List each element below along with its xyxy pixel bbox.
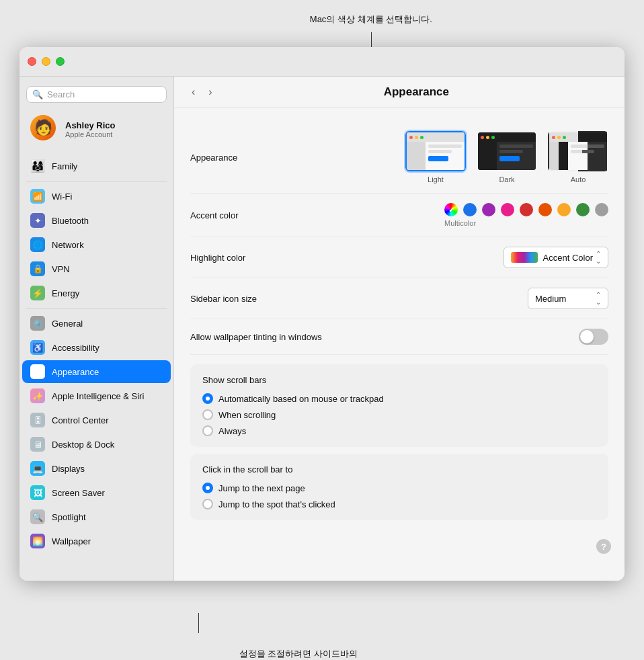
wallpaper-tinting-toggle[interactable] bbox=[579, 329, 608, 345]
back-button[interactable]: ‹ bbox=[188, 85, 199, 99]
sidebar-item-bluetooth[interactable]: ✦ Bluetooth bbox=[22, 209, 171, 232]
click-option-spot[interactable]: Jump to the spot that's clicked bbox=[202, 499, 596, 509]
help-button[interactable]: ? bbox=[596, 539, 611, 554]
radio-always bbox=[202, 425, 213, 436]
appearance-label-auto: Auto bbox=[571, 175, 586, 183]
sidebar-size-chevron-icon: ⌃⌄ bbox=[596, 291, 601, 306]
scroll-label-auto: Automatically based on mouse or trackpad bbox=[218, 394, 384, 404]
sidebar-item-wifi[interactable]: 📶 Wi-Fi bbox=[22, 185, 171, 208]
sidebar-item-desktop[interactable]: 🖥 Desktop & Dock bbox=[22, 433, 171, 456]
click-label-spot: Jump to the spot that's clicked bbox=[218, 499, 335, 509]
sidebar-item-vpn[interactable]: 🔒 VPN bbox=[22, 257, 171, 280]
accent-color-row-dots bbox=[444, 203, 608, 216]
appearance-label-light: Light bbox=[428, 175, 444, 183]
sidebar-label-wifi: Wi-Fi bbox=[52, 192, 72, 202]
sidebar-icon-size-row: Sidebar icon size Medium ⌃⌄ bbox=[190, 278, 608, 319]
appearance-thumb-auto bbox=[548, 131, 608, 171]
highlight-color-control: Accent Color ⌃⌄ bbox=[319, 247, 608, 268]
accent-color-row: Accent color bbox=[190, 194, 608, 237]
sidebar-label-spotlight: Spotlight bbox=[52, 512, 86, 522]
highlight-color-value: Accent Color bbox=[543, 253, 593, 263]
click-scroll-section: Click in the scroll bar to Jump to the n… bbox=[190, 454, 608, 520]
accent-orange[interactable] bbox=[538, 203, 552, 216]
sidebar-item-wallpaper[interactable]: 🌅 Wallpaper bbox=[22, 530, 171, 552]
profile-section[interactable]: 🧑 Ashley Rico Apple Account bbox=[22, 110, 171, 149]
maximize-button[interactable] bbox=[56, 57, 65, 66]
highlight-color-label: Highlight color bbox=[190, 253, 311, 263]
tooltip-bottom: 설정을 조절하려면 사이드바의 항목을 클릭합니다. bbox=[239, 647, 358, 660]
content-area: 🔍 🧑 Ashley Rico Apple Account bbox=[19, 77, 625, 581]
energy-icon: ⚡ bbox=[30, 286, 45, 300]
scroll-option-scrolling[interactable]: When scrolling bbox=[202, 409, 596, 420]
accent-pink[interactable] bbox=[501, 203, 514, 216]
sidebar-item-energy[interactable]: ⚡ Energy bbox=[22, 282, 171, 304]
scroll-option-always[interactable]: Always bbox=[202, 425, 596, 436]
search-bar[interactable]: 🔍 bbox=[26, 86, 167, 103]
main-window: 🔍 🧑 Ashley Rico Apple Account bbox=[19, 47, 625, 581]
highlight-color-select[interactable]: Accent Color ⌃⌄ bbox=[504, 247, 608, 268]
click-label-next-page: Jump to the next page bbox=[218, 483, 305, 493]
accent-green[interactable] bbox=[576, 203, 590, 216]
appearance-option-auto[interactable]: Auto bbox=[548, 131, 608, 183]
sidebar-item-accessibility[interactable]: ♿ Accessibility bbox=[22, 336, 171, 359]
profile-name: Ashley Rico bbox=[65, 120, 163, 130]
close-button[interactable] bbox=[28, 57, 36, 66]
toggle-knob bbox=[580, 330, 594, 343]
sidebar-item-siri[interactable]: ✨ Apple Intelligence & Siri bbox=[22, 384, 171, 407]
spotlight-icon: 🔍 bbox=[30, 509, 45, 524]
accent-color-label: Accent color bbox=[190, 210, 311, 220]
bluetooth-icon: ✦ bbox=[30, 213, 45, 228]
sidebar-icon-size-value: Medium bbox=[535, 294, 566, 304]
search-input[interactable] bbox=[47, 89, 161, 99]
wallpaper-tinting-label: Allow wallpaper tinting in windows bbox=[190, 332, 322, 342]
screensaver-icon: 🖼 bbox=[30, 485, 45, 500]
appearance-option-light[interactable]: Light bbox=[405, 131, 466, 183]
sidebar-icon-size-select[interactable]: Medium ⌃⌄ bbox=[528, 288, 608, 309]
highlight-thumb bbox=[511, 252, 538, 263]
appearance-label-dark: Dark bbox=[499, 175, 514, 183]
profile-info: Ashley Rico Apple Account bbox=[65, 120, 163, 138]
panel-bottom: ? bbox=[174, 534, 625, 562]
accent-blue[interactable] bbox=[463, 203, 477, 216]
sidebar-item-screensaver[interactable]: 🖼 Screen Saver bbox=[22, 481, 171, 504]
sidebar-item-general[interactable]: ⚙️ General bbox=[22, 312, 171, 335]
sidebar-label-siri: Apple Intelligence & Siri bbox=[52, 391, 144, 401]
accent-red[interactable] bbox=[520, 203, 533, 216]
page-title: Appearance bbox=[222, 85, 611, 99]
appearance-setting-row: Appearance bbox=[190, 122, 608, 194]
outer-container: Mac의 색상 체계를 선택합니다. 🔍 bbox=[13, 13, 631, 660]
scroll-bars-section: Show scroll bars Automatically based on … bbox=[190, 364, 608, 447]
appearance-thumb-dark bbox=[477, 131, 537, 171]
sidebar-label-displays: Displays bbox=[52, 464, 85, 474]
appearance-setting-label: Appearance bbox=[190, 153, 311, 163]
radio-scrolling bbox=[202, 409, 213, 420]
sidebar-item-appearance[interactable]: 👁 Appearance bbox=[22, 360, 171, 383]
vpn-icon: 🔒 bbox=[30, 261, 45, 276]
accent-yellow[interactable] bbox=[557, 203, 571, 216]
general-icon: ⚙️ bbox=[30, 316, 45, 331]
main-panel: ‹ › Appearance Appearance bbox=[174, 77, 625, 581]
minimize-button[interactable] bbox=[42, 57, 50, 66]
sidebar-item-control[interactable]: 🎛 Control Center bbox=[22, 409, 171, 431]
sidebar-item-displays[interactable]: 💻 Displays bbox=[22, 457, 171, 480]
sidebar-divider bbox=[26, 181, 167, 181]
click-option-next-page[interactable]: Jump to the next page bbox=[202, 483, 596, 493]
settings-content: Appearance bbox=[174, 108, 625, 534]
sidebar-item-spotlight[interactable]: 🔍 Spotlight bbox=[22, 505, 171, 528]
sidebar-label-accessibility: Accessibility bbox=[52, 343, 99, 353]
scroll-label-always: Always bbox=[218, 426, 246, 436]
forward-button[interactable]: › bbox=[204, 85, 216, 99]
appearance-option-dark[interactable]: Dark bbox=[477, 131, 537, 183]
desktop-icon: 🖥 bbox=[30, 437, 45, 452]
radio-auto bbox=[202, 393, 213, 404]
accent-graphite[interactable] bbox=[595, 203, 608, 216]
scroll-option-auto[interactable]: Automatically based on mouse or trackpad bbox=[202, 393, 596, 404]
profile-sub: Apple Account bbox=[65, 130, 163, 138]
accent-multicolor[interactable] bbox=[444, 203, 458, 216]
sidebar-item-network[interactable]: 🌐 Network bbox=[22, 233, 171, 256]
sidebar-label-appearance: Appearance bbox=[52, 367, 99, 377]
accent-purple[interactable] bbox=[482, 203, 495, 216]
tooltip-bottom-line bbox=[198, 613, 199, 633]
sidebar-item-family[interactable]: 👨‍👩‍👧 Family bbox=[22, 155, 171, 177]
show-scroll-bars-label: Show scroll bars bbox=[202, 375, 596, 385]
